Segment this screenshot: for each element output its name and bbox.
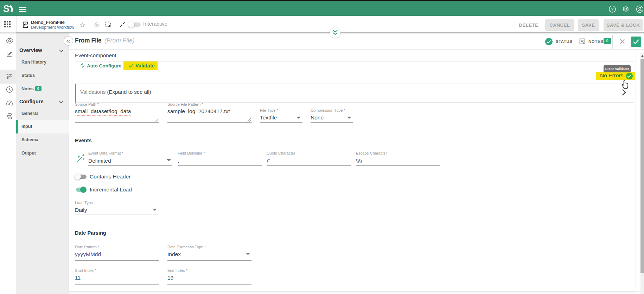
svg-text:S: S — [3, 5, 9, 13]
svg-text:?: ? — [611, 7, 614, 12]
